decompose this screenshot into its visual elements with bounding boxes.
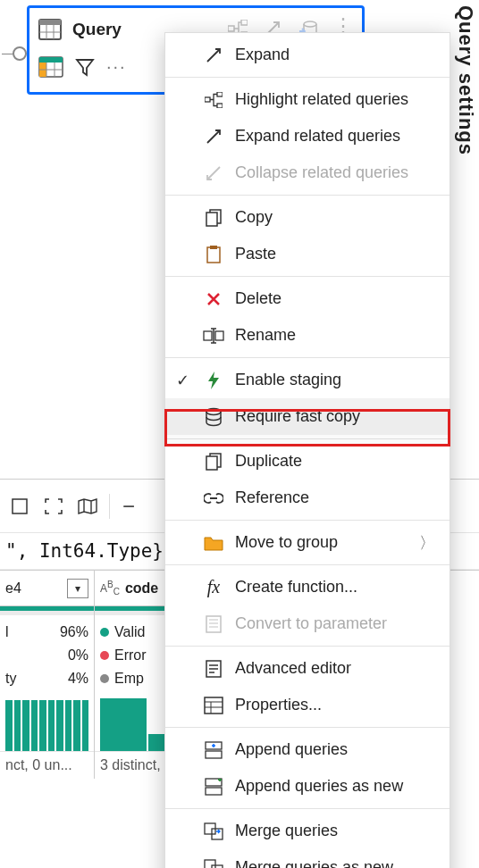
histogram xyxy=(0,692,94,751)
menu-merge[interactable]: Merge queries xyxy=(165,813,450,849)
svg-rect-25 xyxy=(206,456,217,470)
preview-col-1: e4 ▾ l96% 0% ty4% nct, 0 un... xyxy=(0,571,95,779)
menu-delete[interactable]: Delete xyxy=(165,280,450,317)
loaded-table-icon xyxy=(38,56,63,78)
merge-new-icon xyxy=(203,857,224,869)
menu-highlight-related[interactable]: Highlight related queries xyxy=(165,81,450,118)
svg-rect-16 xyxy=(217,92,223,96)
svg-rect-5 xyxy=(228,26,234,31)
menu-properties[interactable]: Properties... xyxy=(165,687,450,723)
svg-rect-31 xyxy=(205,697,223,714)
svg-rect-19 xyxy=(207,247,220,263)
distinct-label: nct, 0 un... xyxy=(0,751,94,779)
duplicate-icon xyxy=(203,451,224,472)
context-menu: Expand Highlight related queries Expand … xyxy=(164,32,450,868)
lightning-icon xyxy=(203,370,224,391)
svg-rect-36 xyxy=(206,751,222,758)
quality-bar xyxy=(0,606,94,615)
query-settings-panel-label[interactable]: Query settings xyxy=(454,5,477,155)
svg-rect-20 xyxy=(210,246,217,249)
svg-point-8 xyxy=(304,21,316,27)
zoom-out-button[interactable]: − xyxy=(119,494,139,519)
col-header[interactable]: e4 ▾ xyxy=(0,571,94,606)
svg-rect-26 xyxy=(206,616,221,632)
ellipsis-icon[interactable]: ... xyxy=(106,53,127,80)
menu-reference[interactable]: Reference xyxy=(165,480,450,516)
paste-icon xyxy=(203,244,224,265)
menu-enable-staging[interactable]: ✓ Enable staging xyxy=(165,362,450,398)
menu-expand[interactable]: Expand xyxy=(165,37,450,73)
menu-convert-to-parameter: Convert to parameter xyxy=(165,605,450,642)
collapse-icon xyxy=(203,163,224,184)
svg-rect-42 xyxy=(212,865,223,869)
svg-rect-1 xyxy=(39,20,61,25)
svg-rect-21 xyxy=(204,331,212,340)
chevron-down-icon[interactable]: ▾ xyxy=(67,579,88,598)
menu-move-to-group[interactable]: Move to group 〉 xyxy=(165,524,450,561)
menu-expand-related[interactable]: Expand related queries xyxy=(165,118,450,154)
properties-icon xyxy=(203,695,224,716)
query-title: Query xyxy=(72,20,122,39)
svg-point-24 xyxy=(206,408,221,414)
function-icon: fx xyxy=(203,577,224,598)
copy-icon xyxy=(203,207,224,229)
expand-icon xyxy=(203,45,224,66)
svg-rect-41 xyxy=(205,860,215,869)
parameter-icon xyxy=(203,613,224,635)
menu-create-function[interactable]: fx Create function... xyxy=(165,569,450,605)
rename-icon xyxy=(203,325,224,346)
table-icon xyxy=(38,19,62,40)
svg-rect-15 xyxy=(205,97,210,102)
menu-copy[interactable]: Copy xyxy=(165,199,450,236)
svg-rect-10 xyxy=(39,57,63,63)
editor-icon xyxy=(203,658,224,680)
svg-rect-43 xyxy=(13,499,27,513)
reference-icon xyxy=(203,488,224,509)
menu-append-new[interactable]: Append queries as new xyxy=(165,768,450,805)
append-new-icon xyxy=(203,776,224,797)
folder-icon xyxy=(203,532,224,554)
svg-rect-6 xyxy=(241,20,248,25)
merge-icon xyxy=(203,821,224,842)
menu-merge-new[interactable]: Merge queries as new xyxy=(165,849,450,868)
menu-advanced-editor[interactable]: Advanced editor xyxy=(165,650,450,687)
menu-rename[interactable]: Rename xyxy=(165,317,450,354)
diagram-icon xyxy=(203,89,224,111)
menu-duplicate[interactable]: Duplicate xyxy=(165,443,450,480)
toolbar-btn-1[interactable] xyxy=(7,494,32,519)
menu-append[interactable]: Append queries xyxy=(165,731,450,768)
filter-icon[interactable] xyxy=(74,56,96,78)
menu-require-fast-copy[interactable]: Require fast copy xyxy=(165,398,450,435)
chevron-right-icon: 〉 xyxy=(419,532,435,554)
append-icon xyxy=(203,739,224,761)
svg-rect-38 xyxy=(206,788,222,795)
expand-icon xyxy=(203,126,224,147)
fit-icon[interactable] xyxy=(41,494,66,519)
menu-paste[interactable]: Paste xyxy=(165,236,450,272)
svg-rect-22 xyxy=(215,331,223,340)
svg-rect-18 xyxy=(206,213,217,226)
svg-rect-17 xyxy=(217,104,223,108)
database-fast-icon xyxy=(203,406,224,428)
delete-icon xyxy=(203,288,224,310)
menu-collapse-related: Collapse related queries xyxy=(165,154,450,191)
node-connector[interactable] xyxy=(13,46,27,61)
check-icon: ✓ xyxy=(172,371,192,390)
map-icon[interactable] xyxy=(75,494,100,519)
